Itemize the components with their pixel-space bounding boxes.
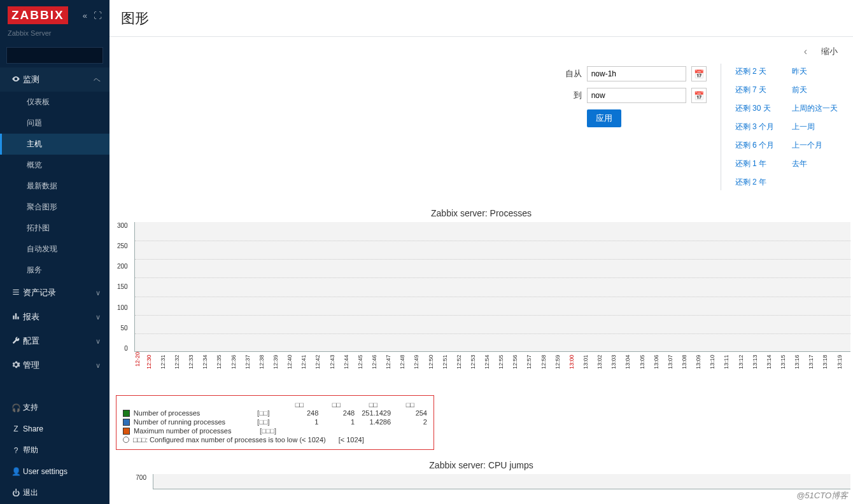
svg-rect-6 [15, 313, 17, 319]
chevron-down-icon: ∨ [95, 337, 101, 346]
y-axis: 700 [117, 474, 153, 489]
sidebar-item[interactable]: 问题 [0, 113, 109, 134]
quick-link[interactable]: 还剩 3 个月 [735, 122, 774, 132]
help-link[interactable]: ?帮助 [0, 439, 109, 461]
quick-link[interactable]: 上一个月 [792, 140, 838, 151]
z-icon: Z [9, 424, 23, 433]
nav-section-label: 监测 [23, 74, 39, 85]
svg-rect-5 [13, 315, 14, 319]
chevron-down-icon: ∨ [95, 361, 101, 370]
watermark: @51CTO博客 [796, 490, 848, 501]
quick-link[interactable]: 去年 [792, 158, 838, 169]
legend-row: Number of running processes[□□]111.42862 [123, 417, 427, 426]
quick-link[interactable]: 还剩 6 个月 [735, 140, 774, 151]
eye-icon [9, 74, 23, 85]
time-filter-form: 自从 📅 到 📅 应用 [556, 64, 707, 190]
nav-section-label: 报表 [23, 311, 39, 323]
quick-link[interactable]: 昨天 [792, 66, 838, 77]
main: 图形 ‹ 缩小 自从 📅 到 [109, 0, 853, 504]
list-icon [9, 288, 23, 298]
quick-link[interactable]: 还剩 7 天 [735, 85, 774, 95]
calendar-icon[interactable]: 📅 [691, 88, 707, 103]
quick-link[interactable]: 还剩 30 天 [735, 103, 774, 114]
question-icon: ? [9, 446, 23, 455]
to-input[interactable] [587, 88, 686, 103]
chevron-down-icon: ∨ [95, 313, 101, 321]
user-settings-link[interactable]: 👤User settings [0, 461, 109, 482]
search-input[interactable] [7, 51, 113, 60]
plot-area[interactable] [153, 474, 850, 489]
chevron-up-icon: ヘ [94, 75, 101, 85]
nav-section-label: 管理 [23, 360, 39, 371]
chart-title: Zabbix server: CPU jumps [109, 460, 853, 470]
x-axis: 12:3012:3112:3212:3312:3412:3512:3612:37… [146, 354, 850, 391]
trigger-icon [123, 437, 129, 443]
sidebar-item[interactable]: 概览 [0, 155, 109, 176]
sidebar: ZABBIX « ⛶ Zabbix Server 监测 ヘ 仪表板 [0, 0, 109, 504]
chart-legend: □□□□□□□□ Number of processes[□□]24824825… [116, 395, 434, 450]
collapse-icon[interactable]: « [83, 11, 87, 20]
quick-link[interactable]: 还剩 1 年 [735, 158, 774, 169]
server-name: Zabbix Server [8, 29, 102, 37]
from-label: 自从 [556, 68, 582, 80]
nav-section-inventory[interactable]: 资产记录 ∨ [0, 281, 109, 305]
sidebar-item[interactable]: 主机 [0, 134, 109, 155]
nav-bottom: 🎧支持 ZShare ?帮助 👤User settings ⏻退出 [0, 396, 109, 504]
apply-button[interactable]: 应用 [587, 109, 621, 127]
chevron-down-icon: ∨ [95, 289, 101, 297]
from-input[interactable] [587, 66, 686, 81]
sidebar-item[interactable]: 仪表板 [0, 92, 109, 113]
svg-rect-7 [17, 316, 18, 319]
expand-icon[interactable]: ⛶ [94, 11, 102, 20]
y-axis: 300250200150100500 [117, 222, 134, 352]
x-date-label: 12-20 [134, 352, 146, 391]
quick-links: 还剩 2 天还剩 7 天还剩 30 天还剩 3 个月还剩 6 个月还剩 1 年还… [721, 64, 838, 190]
quick-link[interactable]: 上周的这一天 [792, 103, 838, 114]
nav-section-label: 配置 [23, 335, 39, 347]
logout-link[interactable]: ⏻退出 [0, 482, 109, 504]
page-title: 图形 [121, 9, 149, 28]
share-link[interactable]: ZShare [0, 419, 109, 439]
legend-row: Number of processes[□□]248248251.1429254 [123, 409, 427, 417]
chart-title: Zabbix server: Processes [109, 208, 853, 218]
zoom-out-button[interactable]: 缩小 [821, 46, 838, 57]
quick-link[interactable]: 前天 [792, 85, 838, 95]
nav: 监测 ヘ 仪表板问题主机概览最新数据聚合图形拓扑图自动发现服务 资产记录 ∨ 报… [0, 67, 109, 396]
sidebar-item[interactable]: 最新数据 [0, 176, 109, 197]
plot-area[interactable] [134, 222, 850, 352]
wrench-icon [9, 336, 23, 347]
trigger-cond: [< 1024] [339, 436, 364, 444]
gear-icon [9, 360, 23, 371]
nav-section-reports[interactable]: 报表 ∨ [0, 305, 109, 329]
chart-icon [9, 312, 23, 323]
quick-link[interactable]: 上一周 [792, 122, 838, 132]
calendar-icon[interactable]: 📅 [691, 66, 707, 81]
trigger-text: □□□: Configured max number of processes … [133, 436, 326, 444]
support-link[interactable]: 🎧支持 [0, 396, 109, 419]
sidebar-item[interactable]: 自动发现 [0, 239, 109, 260]
chart-cpu-jumps: Zabbix server: CPU jumps 700 [109, 460, 853, 489]
sidebar-item[interactable]: 服务 [0, 260, 109, 281]
user-icon: 👤 [9, 467, 23, 476]
quick-link[interactable]: 还剩 2 天 [735, 66, 774, 77]
headset-icon: 🎧 [9, 403, 23, 412]
quick-link[interactable]: 还剩 2 年 [735, 177, 774, 188]
prev-chevron-icon[interactable]: ‹ [800, 46, 811, 57]
nav-section-label: 资产记录 [23, 287, 56, 298]
nav-section-config[interactable]: 配置 ∨ [0, 329, 109, 353]
chart-processes: Zabbix server: Processes 300250200150100… [109, 208, 853, 450]
search-box[interactable] [6, 47, 103, 64]
power-icon: ⏻ [9, 489, 23, 498]
logo: ZABBIX [8, 6, 68, 24]
sidebar-item[interactable]: 聚合图形 [0, 197, 109, 218]
topbar: 图形 [109, 0, 853, 37]
legend-row: Maximum number of processes[□□□] [123, 426, 427, 435]
to-label: 到 [556, 90, 582, 101]
nav-section-admin[interactable]: 管理 ∨ [0, 353, 109, 377]
sidebar-item[interactable]: 拓扑图 [0, 218, 109, 239]
nav-section-monitor[interactable]: 监测 ヘ [0, 67, 109, 92]
